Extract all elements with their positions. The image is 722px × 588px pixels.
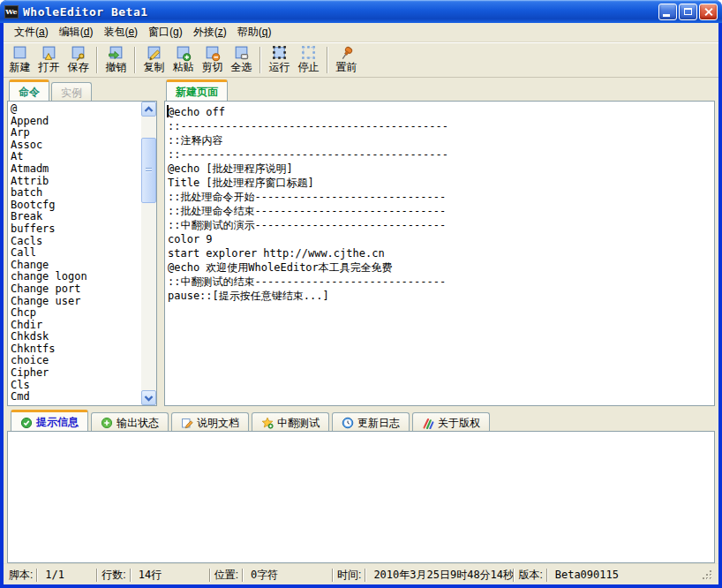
list-item[interactable]: Cacls bbox=[11, 236, 141, 248]
titlebar[interactable]: We WholeEditor Beta1 bbox=[0, 0, 722, 23]
menu-bar: 文件(a) 编辑(d) 装包(e) 窗口(g) 外接(z) 帮助(q) bbox=[4, 23, 718, 42]
list-item[interactable]: Assoc bbox=[11, 139, 141, 152]
status-time-value: 2010年3月25日9时48分14秒 bbox=[370, 568, 509, 583]
run-button[interactable]: 运行 bbox=[265, 44, 294, 76]
tab-commands[interactable]: 命令 bbox=[9, 79, 49, 101]
list-item[interactable]: Cls bbox=[11, 380, 141, 392]
status-separator bbox=[242, 569, 244, 582]
list-item[interactable]: Call bbox=[11, 247, 141, 260]
tab-help-doc[interactable]: 说明文档 bbox=[171, 412, 249, 431]
tab-tip-info[interactable]: 提示信息 bbox=[11, 410, 88, 431]
resize-grip[interactable] bbox=[701, 569, 713, 581]
list-item[interactable]: Append bbox=[11, 116, 141, 128]
check-circle-icon bbox=[20, 417, 33, 429]
list-scrollbar[interactable] bbox=[141, 102, 156, 405]
status-position-label: 位置: bbox=[214, 568, 238, 583]
list-item[interactable]: Cmd bbox=[11, 391, 141, 403]
editor-line: @echo 欢迎使用WholeEditor本工具完全免费 bbox=[168, 260, 714, 275]
list-item[interactable]: Attrib bbox=[11, 176, 141, 188]
pushpin-icon bbox=[338, 45, 355, 62]
bottom-tab-strip: 提示信息 输出状态 说明文档 中翻测试 更新日志 关于版权 bbox=[4, 408, 718, 431]
menu-edit[interactable]: 编辑(d) bbox=[54, 23, 99, 41]
paste-button[interactable]: 粘贴 bbox=[169, 44, 198, 76]
close-button[interactable] bbox=[699, 4, 718, 20]
list-item[interactable]: @ bbox=[11, 103, 141, 116]
tab-translate-test[interactable]: 中翻测试 bbox=[252, 412, 329, 431]
list-item[interactable]: change logon bbox=[11, 271, 141, 283]
scroll-down-button[interactable] bbox=[141, 390, 156, 405]
command-list[interactable]: @ Append Arp Assoc At Atmadm Attrib batc… bbox=[8, 102, 141, 405]
editor-line: @echo off bbox=[168, 105, 714, 119]
status-script-value: 1/1 bbox=[41, 569, 93, 581]
command-listbox: @ Append Arp Assoc At Atmadm Attrib batc… bbox=[7, 101, 157, 406]
status-version-value: Beta090115 bbox=[552, 569, 619, 581]
list-item[interactable]: Chcp bbox=[11, 307, 141, 320]
menu-window[interactable]: 窗口(g) bbox=[143, 23, 188, 41]
toolbar-separator bbox=[327, 47, 328, 73]
tab-update-log[interactable]: 更新日志 bbox=[332, 412, 410, 431]
run-icon bbox=[271, 45, 288, 62]
status-separator bbox=[365, 569, 366, 582]
stop-button[interactable]: 停止 bbox=[294, 44, 323, 76]
copy-icon bbox=[146, 45, 162, 62]
save-button[interactable]: 保存 bbox=[64, 44, 93, 76]
editor-line: Title [批处理程序窗口标题] bbox=[168, 176, 714, 190]
menu-package[interactable]: 装包(e) bbox=[98, 23, 143, 41]
editor-panel: 新建页面 @echo off ::-----------------------… bbox=[164, 79, 715, 406]
editor-line: pause::[提示按任意键结束...] bbox=[168, 289, 714, 303]
open-button[interactable]: 打开 bbox=[34, 44, 64, 76]
list-item[interactable]: buffers bbox=[11, 223, 141, 236]
maximize-button[interactable] bbox=[679, 4, 697, 20]
bring-front-button[interactable]: 置前 bbox=[332, 44, 361, 76]
select-all-button[interactable]: 全选 bbox=[227, 44, 256, 76]
output-panel[interactable] bbox=[7, 431, 715, 563]
undo-button[interactable]: 撤销 bbox=[102, 44, 131, 76]
scroll-track[interactable] bbox=[141, 117, 156, 390]
list-item[interactable]: Break bbox=[11, 211, 141, 223]
list-item[interactable]: batch bbox=[11, 187, 141, 200]
chevron-down-icon bbox=[144, 395, 154, 402]
list-item[interactable]: choice bbox=[11, 355, 141, 367]
list-item[interactable]: Change port bbox=[11, 283, 141, 296]
menu-help[interactable]: 帮助(q) bbox=[232, 23, 277, 41]
tab-examples[interactable]: 实例 bbox=[51, 82, 92, 101]
tab-new-page[interactable]: 新建页面 bbox=[166, 79, 228, 101]
close-icon bbox=[703, 7, 713, 17]
list-item[interactable]: Atmadm bbox=[11, 163, 141, 176]
editor-line: ::中翻测试的结束------------------------------ bbox=[168, 275, 714, 289]
list-item[interactable]: At bbox=[11, 151, 141, 163]
minimize-button[interactable] bbox=[658, 4, 677, 20]
list-item[interactable]: Change user bbox=[11, 296, 141, 308]
tab-output-status[interactable]: 输出状态 bbox=[91, 412, 169, 431]
pencils-icon bbox=[422, 417, 434, 429]
list-item[interactable]: Bootcfg bbox=[11, 200, 141, 212]
list-item[interactable]: Chkdsk bbox=[11, 331, 141, 343]
menu-file[interactable]: 文件(a) bbox=[9, 23, 54, 41]
open-icon bbox=[41, 45, 57, 62]
paste-icon bbox=[175, 45, 192, 62]
document-pencil-icon bbox=[181, 417, 193, 429]
minimize-icon bbox=[663, 14, 670, 17]
tab-about-copyright[interactable]: 关于版权 bbox=[412, 412, 490, 431]
copy-button[interactable]: 复制 bbox=[139, 44, 169, 76]
editor-line: ::--------------------------------------… bbox=[168, 119, 714, 133]
list-item[interactable]: Cipher bbox=[11, 367, 141, 380]
menu-external[interactable]: 外接(z) bbox=[188, 23, 232, 41]
cut-button[interactable]: 剪切 bbox=[198, 44, 227, 76]
text-caret bbox=[167, 105, 169, 117]
left-panel: 命令 实例 @ Append Arp Assoc At Atmadm Attri… bbox=[7, 79, 157, 406]
status-lines-label: 行数: bbox=[102, 568, 125, 583]
editor-line: start explorer http://www.cjthe.cn bbox=[168, 246, 714, 260]
toolbar-separator bbox=[96, 47, 98, 73]
editor-area[interactable]: @echo off ::----------------------------… bbox=[164, 101, 715, 406]
status-lines-value: 14行 bbox=[135, 568, 206, 583]
list-item[interactable]: Chdir bbox=[11, 320, 141, 332]
scroll-up-button[interactable] bbox=[141, 102, 156, 117]
list-item[interactable]: Chkntfs bbox=[11, 343, 141, 356]
list-item[interactable]: Arp bbox=[11, 127, 141, 139]
list-item[interactable]: Change bbox=[11, 260, 141, 272]
scroll-thumb[interactable] bbox=[141, 138, 156, 203]
status-separator bbox=[546, 569, 548, 582]
new-button[interactable]: 新建 bbox=[5, 44, 34, 76]
plus-circle-icon bbox=[101, 417, 113, 429]
